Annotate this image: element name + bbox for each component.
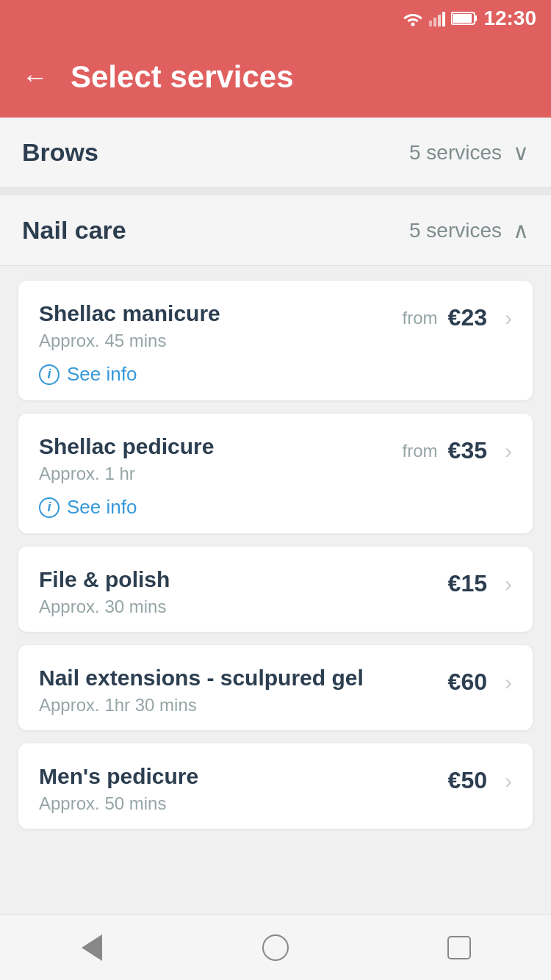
see-info-link[interactable]: See info bbox=[67, 496, 137, 519]
service-info: File & polish Approx. 30 mins bbox=[39, 567, 448, 617]
see-info-row[interactable]: i See info bbox=[39, 496, 512, 519]
service-name: Shellac pedicure bbox=[39, 434, 403, 459]
service-chevron-right-icon: › bbox=[505, 572, 512, 597]
svg-rect-4 bbox=[442, 12, 445, 26]
service-card-top: Shellac manicure Approx. 45 mins from €2… bbox=[39, 301, 512, 351]
service-card-nail-extensions[interactable]: Nail extensions - sculpured gel Approx. … bbox=[18, 645, 533, 730]
nail-care-category-name: Nail care bbox=[22, 216, 126, 245]
svg-rect-2 bbox=[433, 18, 436, 26]
service-name: Nail extensions - sculpured gel bbox=[39, 666, 448, 691]
nav-back-button[interactable] bbox=[70, 926, 114, 970]
service-chevron-right-icon: › bbox=[505, 768, 512, 793]
service-name: Shellac manicure bbox=[39, 301, 403, 326]
service-price: €23 bbox=[448, 304, 487, 331]
status-time: 12:30 bbox=[483, 7, 536, 30]
service-duration: Approx. 30 mins bbox=[39, 597, 448, 617]
service-price: €15 bbox=[448, 570, 487, 597]
page-title: Select services bbox=[71, 60, 294, 95]
nav-back-icon bbox=[82, 934, 102, 961]
svg-rect-1 bbox=[429, 21, 432, 26]
brows-category-right: 5 services ∨ bbox=[409, 140, 529, 165]
status-bar: 12:30 bbox=[0, 0, 551, 37]
service-chevron-right-icon: › bbox=[505, 670, 512, 695]
svg-rect-7 bbox=[453, 14, 472, 23]
nail-care-services-count: 5 services bbox=[409, 219, 502, 242]
bottom-nav bbox=[0, 914, 551, 980]
back-button[interactable]: ← bbox=[22, 62, 48, 93]
service-name: File & polish bbox=[39, 567, 448, 592]
service-card-top: Shellac pedicure Approx. 1 hr from €35 › bbox=[39, 434, 512, 484]
service-duration: Approx. 50 mins bbox=[39, 793, 448, 814]
from-label: from bbox=[403, 441, 438, 461]
nav-recent-button[interactable] bbox=[437, 926, 481, 970]
service-info: Men's pedicure Approx. 50 mins bbox=[39, 764, 448, 814]
service-info: Nail extensions - sculpured gel Approx. … bbox=[39, 666, 448, 716]
nail-care-chevron-icon: ∧ bbox=[513, 217, 529, 243]
header: ← Select services bbox=[0, 37, 551, 118]
service-card-top: File & polish Approx. 30 mins €15 › bbox=[39, 567, 512, 617]
svg-point-0 bbox=[411, 23, 415, 26]
service-price-area: €15 › bbox=[448, 567, 512, 597]
service-price: €35 bbox=[448, 437, 487, 464]
service-chevron-right-icon: › bbox=[505, 306, 512, 331]
service-info: Shellac manicure Approx. 45 mins bbox=[39, 301, 403, 351]
service-card-file-polish[interactable]: File & polish Approx. 30 mins €15 › bbox=[18, 547, 533, 632]
info-icon: i bbox=[39, 364, 60, 385]
service-price-area: €50 › bbox=[448, 764, 512, 794]
service-info: Shellac pedicure Approx. 1 hr bbox=[39, 434, 403, 484]
status-icons: 12:30 bbox=[403, 7, 536, 30]
wifi-icon bbox=[403, 10, 423, 26]
see-info-link[interactable]: See info bbox=[67, 363, 137, 386]
service-duration: Approx. 45 mins bbox=[39, 331, 403, 351]
nav-home-icon bbox=[262, 934, 289, 961]
service-duration: Approx. 1hr 30 mins bbox=[39, 695, 448, 716]
signal-icon bbox=[429, 10, 445, 26]
service-card-shellac-pedicure[interactable]: Shellac pedicure Approx. 1 hr from €35 ›… bbox=[18, 414, 533, 533]
nail-care-category-row[interactable]: Nail care 5 services ∧ bbox=[0, 195, 551, 266]
service-card-mens-pedicure[interactable]: Men's pedicure Approx. 50 mins €50 › bbox=[18, 743, 533, 829]
service-card-shellac-manicure[interactable]: Shellac manicure Approx. 45 mins from €2… bbox=[18, 281, 533, 400]
service-price: €60 bbox=[448, 669, 487, 696]
info-icon: i bbox=[39, 497, 60, 518]
brows-chevron-icon: ∨ bbox=[513, 140, 529, 165]
service-price: €50 bbox=[448, 767, 487, 794]
page-content: ← Select services Brows 5 services ∨ Nai… bbox=[0, 37, 551, 917]
nail-care-category-right: 5 services ∧ bbox=[409, 217, 529, 243]
brows-category-row[interactable]: Brows 5 services ∨ bbox=[0, 118, 551, 188]
svg-rect-6 bbox=[475, 15, 477, 21]
from-label: from bbox=[403, 308, 438, 328]
section-divider bbox=[0, 188, 551, 195]
service-price-area: €60 › bbox=[448, 666, 512, 696]
nav-home-button[interactable] bbox=[253, 926, 298, 970]
service-price-area: from €35 › bbox=[403, 434, 512, 464]
service-chevron-right-icon: › bbox=[505, 439, 512, 464]
service-card-top: Men's pedicure Approx. 50 mins €50 › bbox=[39, 764, 512, 814]
see-info-row[interactable]: i See info bbox=[39, 363, 512, 386]
brows-category-name: Brows bbox=[22, 138, 98, 167]
brows-services-count: 5 services bbox=[409, 141, 502, 165]
battery-icon bbox=[451, 11, 478, 26]
service-card-top: Nail extensions - sculpured gel Approx. … bbox=[39, 666, 512, 716]
service-duration: Approx. 1 hr bbox=[39, 464, 403, 484]
service-price-area: from €23 › bbox=[403, 301, 512, 331]
svg-rect-3 bbox=[438, 15, 441, 26]
nav-recent-icon bbox=[447, 936, 471, 959]
services-list: Shellac manicure Approx. 45 mins from €2… bbox=[0, 266, 551, 843]
service-name: Men's pedicure bbox=[39, 764, 448, 789]
